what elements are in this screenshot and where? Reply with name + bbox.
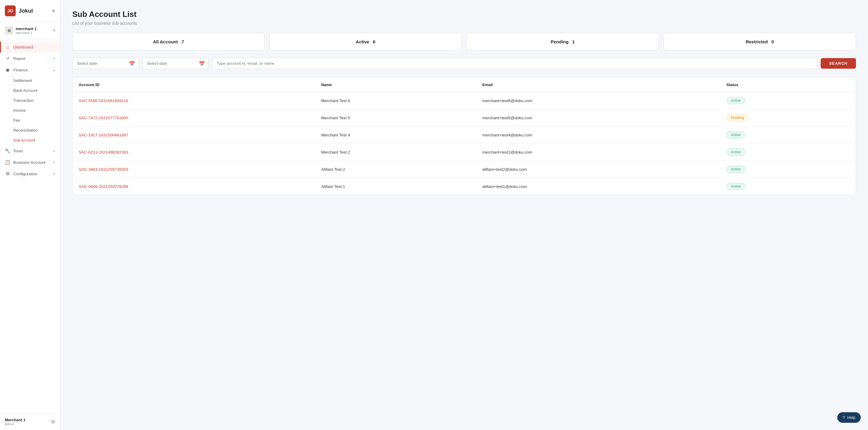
- stat-label: All Account: [153, 39, 178, 44]
- account-id-link[interactable]: SAC-3863-1631259739303: [79, 167, 128, 172]
- cell-status: Active: [720, 161, 856, 178]
- table-row: SAC-7472-1631677761600 Merchant Test 5 m…: [73, 109, 856, 127]
- cell-name: Alifiani Test 1: [315, 178, 476, 195]
- cell-status: Active: [720, 144, 856, 161]
- stat-count: 0: [772, 39, 774, 44]
- sidebar-nav: ⌂ Dashboard ↗ Report ▾ ◉ Finance ▴ Settl…: [0, 39, 60, 413]
- stat-count: 1: [572, 39, 575, 44]
- report-icon: ↗: [5, 56, 10, 61]
- page-subtitle: List of your business sub accounts: [72, 21, 856, 26]
- cell-name: Merchant Test 6: [315, 92, 476, 109]
- table-row: SAC-3863-1631259739303 Alifiani Test 2 a…: [73, 161, 856, 178]
- chevron-down-icon: ▾: [53, 57, 55, 61]
- merchant-name: merchant 1: [16, 27, 51, 31]
- sidebar-item-label: Settlement: [13, 78, 32, 83]
- sidebar-item-invoice[interactable]: Invoice: [0, 105, 60, 115]
- account-id-link[interactable]: SAC-1917-1631500461697: [79, 133, 128, 137]
- sidebar-item-tools[interactable]: 🔧 Tools ▾: [0, 145, 60, 157]
- sidebar-item-fee[interactable]: Fee: [0, 115, 60, 125]
- cell-status: Active: [720, 92, 856, 109]
- chevron-down-icon: ▾: [53, 149, 55, 153]
- cell-name: Merchant Test 5: [315, 109, 476, 127]
- stat-card-restricted[interactable]: Restricted 0: [664, 33, 856, 51]
- business-icon: 📋: [5, 160, 10, 165]
- cell-email: merchant+test1@doku.com: [476, 144, 720, 161]
- cell-account-id: SAC-7472-1631677761600: [73, 109, 315, 127]
- stat-card-pending[interactable]: Pending 1: [467, 33, 659, 51]
- cell-name: Merchant Test 2: [315, 144, 476, 161]
- sidebar-item-label: Transaction: [13, 98, 33, 103]
- cell-email: merchant+test4@doku.com: [476, 127, 720, 144]
- sidebar-item-sub-account[interactable]: Sub Account: [0, 135, 60, 145]
- account-id-link[interactable]: SAC-6211-1631498282393: [79, 150, 128, 155]
- sidebar-item-label: Dashboard: [13, 45, 55, 49]
- footer-user: Merchant 1 Admin: [5, 418, 26, 426]
- account-id-link[interactable]: SAC-0606-1631259729288: [79, 184, 128, 189]
- cell-status: Active: [720, 127, 856, 144]
- search-button[interactable]: SEARCH: [821, 58, 856, 69]
- cell-email: alifiani+test2@doku.com: [476, 161, 720, 178]
- gear-icon[interactable]: ⚙: [51, 419, 55, 425]
- account-id-link[interactable]: SAC-5590-1631691849116: [79, 98, 128, 103]
- sidebar-item-configuration[interactable]: ⚙ Configuration ▾: [0, 168, 60, 179]
- table-row: SAC-0606-1631259729288 Alifiani Test 1 a…: [73, 178, 856, 195]
- sidebar-item-report[interactable]: ↗ Report ▾: [0, 53, 60, 64]
- sidebar-item-bank-account[interactable]: Bank Account: [0, 86, 60, 95]
- sidebar-item-label: Business Account: [13, 160, 50, 165]
- chevron-down-icon: ▾: [53, 28, 55, 33]
- help-button[interactable]: ? Help: [837, 412, 861, 423]
- cell-name: Merchant Test 4: [315, 127, 476, 144]
- stats-cards: All Account 7 Active 6 Pending 1 Restric…: [72, 33, 856, 51]
- page-title: Sub Account List: [72, 10, 856, 19]
- footer-user-role: Admin: [5, 422, 26, 426]
- sidebar-item-label: Bank Account: [13, 88, 37, 93]
- cell-name: Alifiani Test 2: [315, 161, 476, 178]
- table-row: SAC-1917-1631500461697 Merchant Test 4 m…: [73, 127, 856, 144]
- sidebar-item-label: Finance: [13, 68, 50, 72]
- stat-card-active[interactable]: Active 6: [270, 33, 462, 51]
- stat-label: Restricted: [746, 39, 768, 44]
- sidebar-item-label: Invoice: [13, 108, 26, 112]
- chevron-up-icon: ▴: [53, 68, 55, 72]
- filters-row: 📅 📅 SEARCH: [72, 58, 856, 69]
- sidebar-item-settlement[interactable]: Settlement: [0, 75, 60, 86]
- stat-label: Pending: [551, 39, 568, 44]
- cell-account-id: SAC-0606-1631259729288: [73, 178, 315, 195]
- sidebar-item-label: Configuration: [13, 172, 50, 176]
- cell-account-id: SAC-3863-1631259739303: [73, 161, 315, 178]
- col-account-id: Account ID: [73, 78, 315, 92]
- search-input-wrap: [212, 58, 817, 69]
- stat-count: 7: [181, 39, 184, 44]
- cell-account-id: SAC-5590-1631691849116: [73, 92, 315, 109]
- merchant-icon: ▦: [5, 26, 13, 35]
- sidebar-item-label: Sub Account: [13, 138, 35, 142]
- hamburger-icon[interactable]: ≡: [52, 8, 55, 14]
- sidebar-item-label: Reconciliation: [13, 128, 38, 132]
- account-id-link[interactable]: SAC-7472-1631677761600: [79, 115, 128, 120]
- table-row: SAC-6211-1631498282393 Merchant Test 2 m…: [73, 144, 856, 161]
- stat-card-all-account[interactable]: All Account 7: [72, 33, 265, 51]
- search-input[interactable]: [212, 58, 817, 69]
- account-table: Account ID Name Email Status SAC-5590-16…: [73, 78, 856, 195]
- sidebar-item-dashboard[interactable]: ⌂ Dashboard: [0, 41, 60, 53]
- sidebar-item-reconciliation[interactable]: Reconciliation: [0, 125, 60, 135]
- date-to-wrap: 📅: [142, 58, 209, 69]
- table-header-row: Account ID Name Email Status: [73, 78, 856, 92]
- stat-count: 6: [373, 39, 375, 44]
- date-from-input[interactable]: [72, 58, 138, 69]
- tools-icon: 🔧: [5, 148, 10, 154]
- date-to-input[interactable]: [142, 58, 209, 69]
- merchant-sub: merchant 1: [16, 31, 51, 35]
- table-row: SAC-5590-1631691849116 Merchant Test 6 m…: [73, 92, 856, 109]
- sidebar-item-finance[interactable]: ◉ Finance ▴: [0, 64, 60, 75]
- merchant-selector[interactable]: ▦ merchant 1 merchant 1 ▾: [0, 22, 60, 39]
- date-from-wrap: 📅: [72, 58, 138, 69]
- help-label: Help: [847, 415, 855, 420]
- sidebar: JO Jokul ≡ ▦ merchant 1 merchant 1 ▾ ⌂ D…: [0, 0, 60, 430]
- sidebar-item-business-account[interactable]: 📋 Business Account ▾: [0, 157, 60, 168]
- col-name: Name: [315, 78, 476, 92]
- sidebar-item-transaction[interactable]: Transaction: [0, 95, 60, 105]
- sidebar-item-label: Report: [13, 56, 50, 61]
- logo-bar: JO Jokul ≡: [0, 0, 60, 22]
- chevron-down-icon: ▾: [53, 161, 55, 164]
